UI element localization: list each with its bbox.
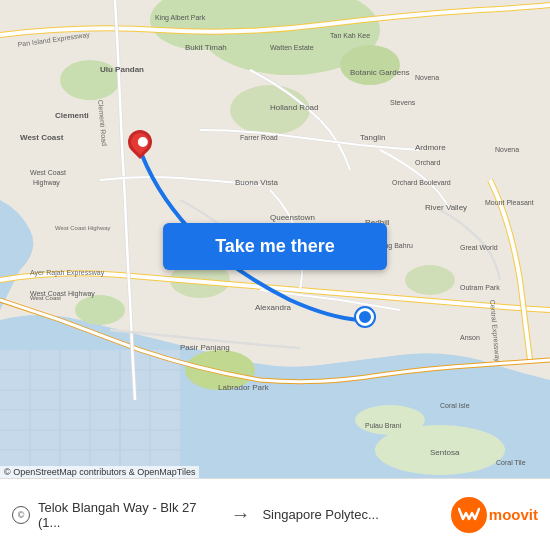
svg-text:Orchard: Orchard [415,159,440,166]
bottom-bar: © Telok Blangah Way - Blk 27 (1... → Sin… [0,478,550,550]
svg-text:Stevens: Stevens [390,99,416,106]
from-label: Telok Blangah Way - Blk 27 (1... [38,500,218,530]
moovit-icon [451,497,487,533]
svg-text:Buona Vista: Buona Vista [235,178,279,187]
svg-text:River Valley: River Valley [425,203,467,212]
svg-text:Botanic Gardens: Botanic Gardens [350,68,410,77]
svg-text:Ulu Pandan: Ulu Pandan [100,65,144,74]
svg-text:Holland Road: Holland Road [270,103,318,112]
take-me-there-label: Take me there [215,236,335,257]
svg-text:Ayer Rajah Expressway: Ayer Rajah Expressway [30,269,105,277]
to-stop: Singapore Polytec... [262,507,442,522]
svg-text:Queenstown: Queenstown [270,213,315,222]
svg-text:Coral Tile: Coral Tile [496,459,526,466]
svg-text:West Coast: West Coast [20,133,64,142]
svg-text:Tanglin: Tanglin [360,133,385,142]
osm-attribution: © OpenStreetMap contributors & OpenMapTi… [0,466,199,478]
svg-text:Labrador Park: Labrador Park [218,383,270,392]
svg-point-19 [405,265,455,295]
svg-text:West Coast: West Coast [30,295,61,301]
svg-text:Coral Isle: Coral Isle [440,402,470,409]
destination-pin [356,308,374,326]
svg-text:West Coast Highway: West Coast Highway [55,225,111,231]
svg-text:Alexandra: Alexandra [255,303,292,312]
copyright-area: © [12,506,30,524]
direction-arrow: → [226,503,254,526]
svg-text:Sentosa: Sentosa [430,448,460,457]
svg-text:Watten Estate: Watten Estate [270,44,314,51]
svg-text:Ardmore: Ardmore [415,143,446,152]
svg-text:Mount Pleasant: Mount Pleasant [485,199,534,206]
svg-text:Highway: Highway [33,179,60,187]
svg-text:Orchard Boulevard: Orchard Boulevard [392,179,451,186]
svg-text:Anson: Anson [460,334,480,341]
moovit-text: moovit [489,506,538,523]
map-container[interactable]: Pan Island Expressway Ayer Rajah Express… [0,0,550,478]
svg-text:Clementi: Clementi [55,111,89,120]
svg-text:Bukit Timah: Bukit Timah [185,43,227,52]
copyright-icon: © [12,506,30,524]
svg-point-22 [75,295,125,325]
svg-text:West Coast: West Coast [30,169,66,176]
svg-text:Novena: Novena [495,146,519,153]
to-label: Singapore Polytec... [262,507,442,522]
svg-text:Great World: Great World [460,244,498,251]
svg-text:Pulau Brani: Pulau Brani [365,422,402,429]
svg-text:King Albert Park: King Albert Park [155,14,206,22]
from-stop: Telok Blangah Way - Blk 27 (1... [38,500,218,530]
svg-text:Novena: Novena [415,74,439,81]
app: Pan Island Expressway Ayer Rajah Express… [0,0,550,550]
svg-point-13 [355,405,425,435]
svg-text:Pasir Panjang: Pasir Panjang [180,343,230,352]
svg-text:Farrer Road: Farrer Road [240,134,278,141]
moovit-logo: moovit [451,497,538,533]
svg-point-15 [340,45,400,85]
svg-text:Tan Kah Kee: Tan Kah Kee [330,32,370,39]
svg-text:Outram Park: Outram Park [460,284,500,291]
take-me-there-button[interactable]: Take me there [163,223,387,270]
origin-pin [128,130,152,162]
